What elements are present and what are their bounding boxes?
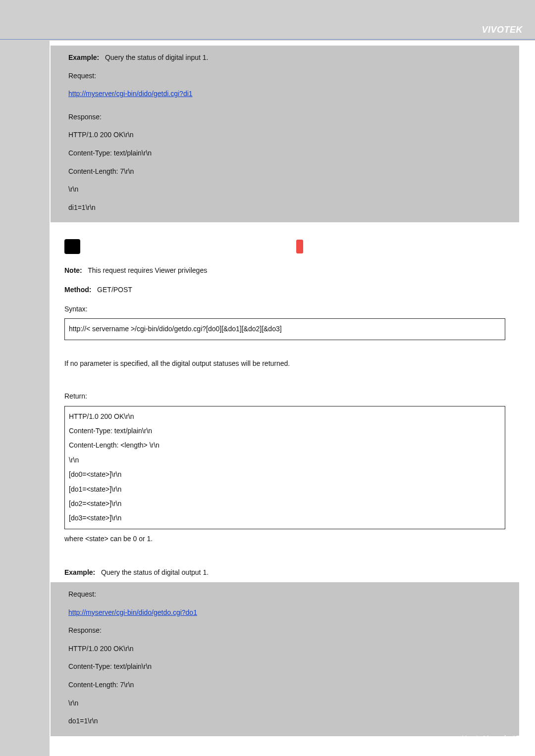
example2-resp-line3: \r\n [55, 694, 514, 712]
syntax-label: Syntax: [64, 300, 505, 319]
example1-block: Example: Query the status of digital inp… [51, 46, 519, 222]
example2-resp-line2: Content-Length: 7\r\n [55, 676, 514, 694]
example2-desc: Query the status of digital output 1. [101, 568, 209, 576]
example2-request-link[interactable]: http://myserver/cgi-bin/dido/getdo.cgi?d… [68, 608, 197, 616]
return-line0: HTTP/1.0 200 OK\r\n [69, 409, 501, 424]
syntax-box: http://< servername >/cgi-bin/dido/getdo… [64, 318, 505, 340]
method-text: GET/POST [97, 286, 132, 294]
example2-resp-line1: Content-Type: text/plain\r\n [55, 657, 514, 676]
note-label: Note: [64, 266, 82, 274]
return-line3: \r\n [69, 453, 501, 467]
example2-resp-line0: HTTP/1.0 200 OK\r\n [55, 640, 514, 658]
return-line7: [do3=<state>]\r\n [69, 511, 501, 525]
glyph-icon-red [296, 240, 303, 253]
example1-resp-line0: HTTP/1.0 200 OK\r\n [55, 126, 514, 144]
noparam-text: If no parameter is specified, all the di… [64, 354, 505, 373]
return-line5: [do1=<state>]\r\n [69, 482, 501, 497]
example2-resp-line4: do1=1\r\n [55, 712, 514, 730]
page-header: VIVOTEK [0, 0, 535, 40]
example1-resp-line2: Content-Length: 7\r\n [55, 162, 514, 181]
note-text: This request requires Viewer privileges [88, 266, 207, 274]
example2-label: Example: [64, 568, 95, 576]
brand-label: VIVOTEK [482, 25, 523, 35]
return-box: HTTP/1.0 200 OK\r\n Content-Type: text/p… [64, 406, 505, 529]
example1-resp-line1: Content-Type: text/plain\r\n [55, 144, 514, 162]
syntax-line: http://< servername >/cgi-bin/dido/getdo… [69, 325, 282, 333]
example2-response-label: Response: [55, 621, 514, 640]
example1-resp-line3: \r\n [55, 180, 514, 199]
example1-request-link[interactable]: http://myserver/cgi-bin/dido/getdi.cgi?d… [68, 90, 193, 98]
example2-request-label: Request: [55, 585, 514, 604]
example1-response-label: Response: [55, 108, 514, 126]
example1-label: Example: [68, 53, 99, 61]
page-footer: User's Manual - 157 [461, 734, 523, 742]
page-body: Example: Query the status of digital inp… [50, 41, 535, 756]
example1-request-label: Request: [55, 67, 514, 85]
example1-resp-line4: di1=1\r\n [55, 199, 514, 217]
where-text: where <state> can be 0 or 1. [64, 529, 505, 549]
return-line4: [do0=<state>]\r\n [69, 467, 501, 482]
return-line1: Content-Type: text/plain\r\n [69, 424, 501, 438]
return-line2: Content-Length: <length> \r\n [69, 438, 501, 453]
example2-block: Request: http://myserver/cgi-bin/dido/ge… [51, 582, 519, 736]
example1-desc: Query the status of digital input 1. [105, 53, 209, 61]
return-line6: [do2=<state>]\r\n [69, 497, 501, 511]
return-label: Return: [64, 387, 505, 406]
glyph-icon [64, 239, 80, 254]
method-label: Method: [64, 286, 91, 294]
section-title-row [64, 239, 505, 254]
